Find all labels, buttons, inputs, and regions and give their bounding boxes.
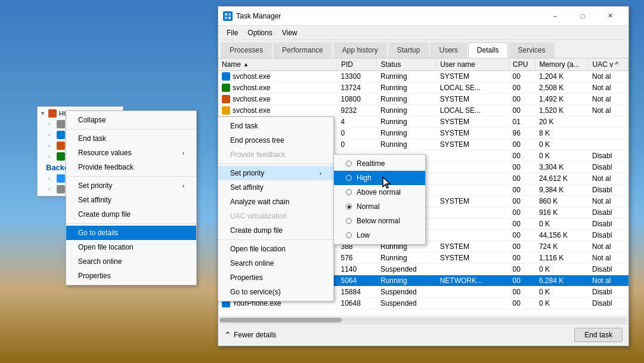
priority-low[interactable]: Low — [334, 228, 425, 242]
ctx-provide-feedback-desktop[interactable]: Provide feedback — [66, 160, 196, 174]
cell-cpu: 01 — [509, 116, 535, 128]
maximize-button[interactable]: □ — [569, 7, 596, 26]
cell-pid: 1140 — [337, 264, 376, 275]
ctx-create-dump[interactable]: Create dump file — [218, 223, 333, 238]
ctx-properties-desktop[interactable]: Properties — [66, 269, 196, 283]
cell-cpu: 00 — [509, 94, 535, 105]
menu-view[interactable]: View — [277, 27, 302, 38]
tab-services[interactable]: Services — [509, 42, 555, 58]
col-cpu[interactable]: CPU — [509, 59, 535, 71]
scrollbar-thumb[interactable] — [219, 318, 342, 322]
cell-pid: 13300 — [337, 71, 376, 82]
ctx-go-to-details[interactable]: Go to details — [66, 226, 196, 240]
ctx-open-file-loc-desktop[interactable]: Open file location — [66, 240, 196, 254]
horizontal-scrollbar[interactable] — [218, 316, 628, 323]
cell-status: Running — [377, 253, 436, 264]
cell-cpu: 00 — [509, 105, 535, 116]
cell-memory: 6,284 K — [535, 275, 589, 287]
ctx-sep-tm-2 — [218, 239, 333, 240]
ctx-uac-virt[interactable]: UAC virtualization — [218, 209, 333, 223]
priority-above-normal[interactable]: Above normal — [334, 185, 425, 199]
ctx-set-affinity-desktop-label: Set affinity — [78, 196, 112, 204]
cell-user — [436, 173, 509, 184]
table-row[interactable]: svchost.exe 13300 Running SYSTEM 00 1,20… — [218, 71, 628, 82]
ctx-go-to-services[interactable]: Go to service(s) — [218, 285, 333, 299]
cell-name: svchost.exe — [218, 105, 337, 116]
cell-cpu: 00 — [509, 207, 535, 219]
svg-rect-2 — [225, 17, 227, 19]
cell-memory: 0 K — [535, 264, 589, 275]
ctx-end-process-tree[interactable]: End process tree — [218, 133, 333, 147]
ctx-provide-feedback[interactable]: Provide feedback — [218, 147, 333, 162]
radio-low — [346, 232, 352, 238]
tab-details[interactable]: Details — [468, 42, 508, 58]
ctx-go-to-services-label: Go to service(s) — [230, 288, 281, 296]
priority-realtime[interactable]: Realtime — [334, 156, 425, 171]
cell-pid: 576 — [337, 253, 376, 264]
ctx-create-dump-desktop[interactable]: Create dump file — [66, 207, 196, 222]
cell-user — [436, 298, 509, 309]
cell-user: SYSTEM — [436, 253, 509, 264]
col-user[interactable]: User name — [436, 59, 509, 71]
fewer-details-button[interactable]: ⌃ Fewer details — [224, 330, 276, 340]
ctx-set-priority-desktop[interactable]: Set priority › — [66, 179, 196, 193]
cell-cpu: 00 — [509, 82, 535, 94]
tab-users[interactable]: Users — [430, 42, 466, 58]
priority-below-normal[interactable]: Below normal — [334, 214, 425, 228]
end-task-button[interactable]: End task — [574, 328, 623, 342]
ctx-analyze-wait[interactable]: Analyze wait chain — [218, 195, 333, 209]
cell-uac: Disabl — [589, 298, 628, 309]
menu-options[interactable]: Options — [243, 27, 277, 38]
col-name[interactable]: Name ▲ — [218, 59, 337, 71]
ctx-collapse[interactable]: Collapse — [66, 113, 196, 127]
cell-status: Running — [377, 71, 436, 82]
cell-memory: 1,116 K — [535, 253, 589, 264]
minimize-button[interactable]: − — [541, 7, 569, 26]
cell-user: SYSTEM — [436, 128, 509, 139]
priority-high[interactable]: High — [334, 171, 425, 185]
col-uac[interactable]: UAC v ^ — [589, 59, 628, 71]
table-row[interactable]: svchost.exe 13724 Running LOCAL SE... 00… — [218, 82, 628, 94]
tab-startup[interactable]: Startup — [388, 42, 429, 58]
cell-memory: 724 K — [535, 241, 589, 253]
cell-memory: 2,508 K — [535, 82, 589, 94]
chevron-up-icon: ⌃ — [224, 330, 231, 340]
cell-memory: 1,520 K — [535, 105, 589, 116]
ctx-properties-desktop-label: Properties — [78, 272, 111, 280]
cell-user — [436, 264, 509, 275]
ctx-set-affinity-desktop[interactable]: Set affinity — [66, 193, 196, 207]
ctx-set-priority-desktop-label: Set priority — [78, 182, 112, 190]
cell-memory: 3,304 K — [535, 162, 589, 173]
cell-pid: 10648 — [337, 298, 376, 309]
ctx-end-task-desktop[interactable]: End task — [66, 131, 196, 146]
ctx-resource-values[interactable]: Resource values › — [66, 146, 196, 160]
menubar: File Options View — [218, 26, 628, 40]
col-memory[interactable]: Memory (a... — [535, 59, 589, 71]
tab-app-history[interactable]: App history — [333, 42, 387, 58]
tab-performance[interactable]: Performance — [273, 42, 332, 58]
ctx-properties[interactable]: Properties — [218, 270, 333, 285]
close-button[interactable]: ✕ — [596, 7, 624, 26]
col-pid[interactable]: PID — [337, 59, 376, 71]
ctx-search-online-desktop[interactable]: Search online — [66, 254, 196, 269]
desktop-context-menu: Collapse End task Resource values › Prov… — [66, 110, 197, 285]
table-row[interactable]: svchost.exe 9232 Running LOCAL SE... 00 … — [218, 105, 628, 116]
priority-normal[interactable]: Normal — [334, 199, 425, 214]
scrollbar-track[interactable] — [219, 318, 627, 322]
radio-above-normal — [346, 189, 352, 195]
ctx-set-affinity[interactable]: Set affinity — [218, 180, 333, 195]
ctx-resource-values-label: Resource values — [78, 149, 131, 157]
cell-user: SYSTEM — [436, 116, 509, 128]
cell-cpu: 96 — [509, 128, 535, 139]
cell-user: SYSTEM — [436, 196, 509, 207]
ctx-end-task[interactable]: End task — [218, 119, 333, 133]
tab-processes[interactable]: Processes — [221, 42, 272, 58]
ctx-collapse-label: Collapse — [78, 116, 106, 124]
ctx-open-file-loc[interactable]: Open file location — [218, 242, 333, 256]
menu-file[interactable]: File — [222, 27, 243, 38]
col-status[interactable]: Status — [377, 59, 436, 71]
ctx-search-online[interactable]: Search online — [218, 256, 333, 270]
table-row[interactable]: svchost.exe 10800 Running SYSTEM 00 1,49… — [218, 94, 628, 105]
ctx-set-priority[interactable]: Set priority › — [218, 166, 333, 180]
proc-icon — [222, 84, 230, 92]
